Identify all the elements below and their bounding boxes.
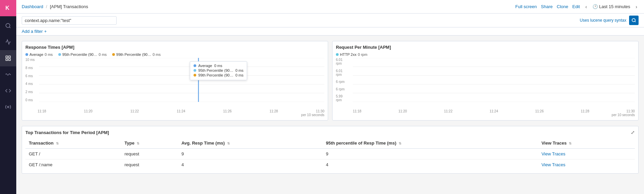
legend-item-p99: 99th Percentile (90… 0 ms	[112, 52, 161, 57]
svg-rect-5	[9, 56, 11, 58]
add-filter-button[interactable]: Add a filter +	[22, 29, 47, 34]
query-input-wrap	[22, 16, 117, 25]
share-button[interactable]: Share	[541, 4, 553, 9]
tooltip-label-p99: 99th Percentile (90…	[198, 73, 233, 77]
svg-point-2	[6, 23, 10, 27]
legend-item-average: Average 0 ms	[25, 52, 53, 57]
x-axis-labels-left: 11:18 11:20 11:22 11:24 11:26 11:28 11:3…	[25, 109, 324, 113]
cell-transaction-2: GET /:name	[25, 159, 121, 170]
plus-icon: +	[44, 29, 47, 34]
view-traces-link-1[interactable]: View Traces	[541, 151, 565, 156]
sort-icon-type: ⇅	[137, 142, 139, 145]
response-times-panel: Response Times [APM] Average 0 ms 95th P	[22, 41, 328, 121]
sort-icon-avg-resp: ⇅	[227, 142, 230, 145]
view-traces-link-2[interactable]: View Traces	[541, 162, 565, 167]
tooltip-value-p95: 0 ms	[235, 68, 243, 72]
clone-button[interactable]: Clone	[557, 4, 568, 9]
sidebar-item-discover[interactable]	[0, 18, 16, 34]
legend-label-p99: 99th Percentile (90…	[116, 52, 151, 57]
table-header-row: Top Transactions for Time Period [APM] ⤢	[25, 130, 635, 135]
svg-point-9	[632, 19, 635, 22]
kibana-logo: K	[0, 0, 16, 16]
col-label-p95-resp: 95th percentile of Resp Time (ms)	[326, 141, 396, 146]
full-screen-button[interactable]: Full screen	[515, 4, 537, 9]
response-times-chart-area: 10 ms 8 ms 6 ms 4 ms 2 ms 0 ms	[25, 58, 324, 109]
top-transactions-title: Top Transactions for Time Period [APM]	[25, 130, 109, 135]
time-nav-prev[interactable]: ‹	[584, 3, 588, 10]
sidebar-item-management[interactable]	[0, 99, 16, 115]
request-per-minute-panel: Request Per Minute [APM] HTTP 2xx 0 rpm …	[332, 41, 639, 121]
time-range-label: Last 15 minutes	[599, 4, 630, 9]
sidebar-item-visualize[interactable]	[0, 34, 16, 50]
legend-dot-p99	[112, 53, 115, 56]
tooltip-dot-average	[194, 64, 196, 67]
clock-icon: 🕐	[592, 4, 598, 9]
lucene-syntax-link[interactable]: Uses lucene query syntax	[580, 18, 626, 23]
tooltip-value-p99: 0 ms	[235, 73, 243, 77]
main-content: Dashboard / [APM] Transactions Full scre…	[16, 0, 644, 194]
cell-view-traces-2: View Traces	[538, 159, 635, 170]
sidebar-item-timelion[interactable]	[0, 66, 16, 83]
col-header-view-traces[interactable]: View Traces ⇅	[538, 138, 635, 149]
tooltip-label-average: Average	[198, 64, 212, 68]
transactions-table: Transaction ⇅ Type ⇅ Avg. Resp Time (ms)…	[25, 138, 635, 170]
cell-type-1: request	[121, 149, 178, 159]
cell-p95-resp-2: 4	[322, 159, 538, 170]
time-nav-next[interactable]: ›	[634, 3, 639, 10]
sidebar-nav	[0, 18, 16, 115]
tooltip-value-average: 0 ms	[214, 64, 222, 68]
legend-value-average: 0 ms	[45, 52, 53, 57]
svg-line-3	[9, 27, 10, 28]
table-header: Transaction ⇅ Type ⇅ Avg. Resp Time (ms)…	[25, 138, 635, 149]
svg-point-8	[7, 106, 9, 108]
col-label-view-traces: View Traces	[541, 141, 566, 146]
response-times-legend: Average 0 ms 95th Percentile (90… 0 ms 9…	[25, 52, 324, 57]
request-per-minute-svg	[336, 58, 635, 102]
cell-view-traces-1: View Traces	[538, 149, 635, 159]
col-header-avg-resp[interactable]: Avg. Resp Time (ms) ⇅	[178, 138, 322, 149]
table-row: GET /:name request 4 4 View Traces	[25, 159, 635, 170]
legend-value-p99: 0 ms	[153, 52, 161, 57]
legend-dot-p95	[58, 53, 61, 56]
legend-item-http2xx: HTTP 2xx 0 rpm	[336, 52, 367, 57]
legend-dot-http2xx	[336, 53, 339, 56]
query-right: Uses lucene query syntax	[580, 16, 639, 25]
chart-tooltip: Average 0 ms 95th Percentile (90… 0 ms	[190, 61, 247, 80]
breadcrumb-separator: /	[46, 4, 47, 9]
col-header-transaction[interactable]: Transaction ⇅	[25, 138, 121, 149]
sort-icon-view-traces: ⇅	[569, 142, 571, 145]
col-header-p95-resp[interactable]: 95th percentile of Resp Time (ms) ⇅	[322, 138, 538, 149]
response-times-title: Response Times [APM]	[25, 45, 324, 50]
tooltip-dot-p95	[194, 69, 196, 72]
per-label-left: per 10 seconds	[25, 113, 324, 117]
request-per-minute-chart-area: 6.01 rpm 6.01 rpm 6 rpm 6 rpm 5.99 rpm	[336, 58, 635, 109]
expand-icon[interactable]: ⤢	[631, 130, 635, 135]
breadcrumb-dashboard[interactable]: Dashboard	[22, 4, 43, 9]
query-input[interactable]	[25, 18, 113, 23]
svg-rect-4	[6, 56, 7, 58]
dashboard-content: Response Times [APM] Average 0 ms 95th P	[16, 36, 644, 194]
cell-type-2: request	[121, 159, 178, 170]
x-axis-labels-right: 11:18 11:20 11:22 11:24 11:26 11:28 11:3…	[336, 109, 635, 113]
col-label-transaction: Transaction	[29, 141, 54, 146]
charts-row: Response Times [APM] Average 0 ms 95th P	[22, 41, 639, 121]
sort-icon-p95-resp: ⇅	[399, 142, 401, 145]
cell-avg-resp-2: 4	[178, 159, 322, 170]
cell-avg-resp-1: 9	[178, 149, 322, 159]
sidebar: K	[0, 0, 16, 194]
cell-p95-resp-1: 9	[322, 149, 538, 159]
legend-item-p95: 95th Percentile (90… 0 ms	[58, 52, 107, 57]
svg-text:K: K	[5, 5, 9, 11]
svg-rect-6	[9, 59, 11, 61]
sort-icon-transaction: ⇅	[56, 142, 59, 145]
edit-button[interactable]: Edit	[572, 4, 580, 9]
sidebar-item-devtools[interactable]	[0, 83, 16, 99]
legend-dot-average	[25, 53, 28, 56]
col-header-type[interactable]: Type ⇅	[121, 138, 178, 149]
sidebar-item-dashboard[interactable]	[0, 50, 16, 66]
table-row: GET / request 9 9 View Traces	[25, 149, 635, 159]
cell-transaction-1: GET /	[25, 149, 121, 159]
svg-rect-7	[6, 59, 7, 61]
search-button[interactable]	[629, 16, 639, 25]
request-per-minute-title: Request Per Minute [APM]	[336, 45, 635, 50]
